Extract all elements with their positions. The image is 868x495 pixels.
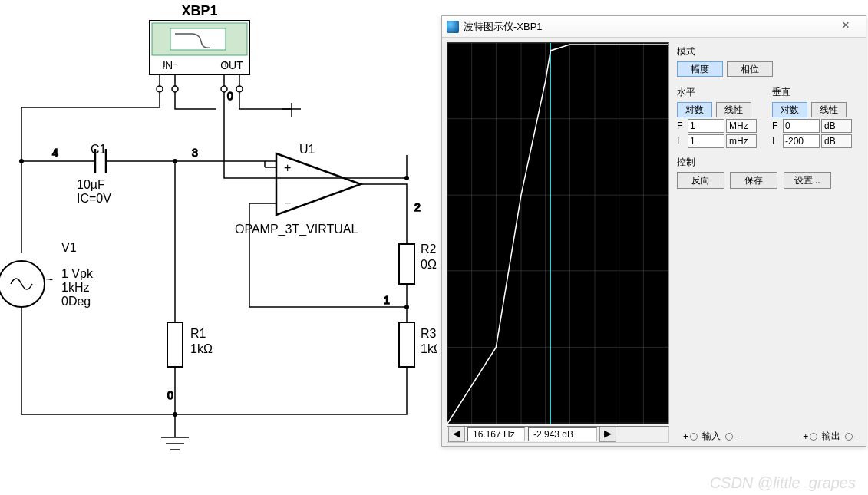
- settings-button[interactable]: 设置...: [784, 172, 831, 189]
- u1-opamp[interactable]: + − U1 OPAMP_3T_VIRTUAL: [235, 143, 361, 236]
- r2-name: R2: [421, 243, 437, 256]
- bode-readout: ◀ 16.167 Hz -2.943 dB ▶: [447, 426, 669, 443]
- cursor-gain: -2.943 dB: [528, 427, 597, 441]
- watermark: CSDN @little_grapes: [710, 474, 856, 492]
- v1-line3: 0Deg: [61, 295, 91, 308]
- v-f-input[interactable]: [783, 119, 820, 133]
- out-label: 输出: [822, 430, 840, 443]
- cursor-left-button[interactable]: ◀: [448, 427, 465, 442]
- v1-line1: 1 Vpk: [61, 267, 94, 280]
- in-plus-terminal[interactable]: [690, 433, 698, 441]
- mode-magnitude-button[interactable]: 幅度: [677, 61, 723, 77]
- control-label: 控制: [677, 156, 860, 169]
- svg-text:2: 2: [414, 201, 421, 213]
- r1-name: R1: [190, 327, 206, 340]
- svg-text:4: 4: [52, 147, 58, 159]
- h-lin-button[interactable]: 线性: [716, 102, 751, 117]
- svg-point-6: [172, 86, 178, 92]
- bode-title: 波特图示仪-XBP1: [464, 20, 830, 34]
- r2-resistor[interactable]: R2 0Ω: [399, 243, 437, 284]
- in-minus-terminal[interactable]: [725, 433, 733, 441]
- svg-point-26: [404, 305, 409, 309]
- io-row: + 输入 – + 输出 –: [683, 430, 860, 443]
- h-log-button[interactable]: 对数: [677, 102, 712, 117]
- horizontal-label: 水平: [677, 86, 764, 99]
- xbp1-name: XBP1: [181, 3, 217, 18]
- svg-point-10: [236, 86, 243, 92]
- h-f-label: F: [677, 120, 688, 131]
- schematic-canvas: XBP1 IN OUT +- +- 0 4: [0, 0, 437, 476]
- svg-point-4: [157, 86, 163, 92]
- h-i-unit[interactable]: mHz: [726, 134, 757, 148]
- vertical-label: 垂直: [772, 86, 860, 99]
- cursor-freq: 16.167 Hz: [467, 427, 525, 441]
- close-icon[interactable]: ×: [830, 18, 861, 36]
- save-button[interactable]: 保存: [730, 172, 777, 189]
- svg-text:0: 0: [167, 389, 173, 401]
- r3-resistor[interactable]: R3 1kΩ: [399, 322, 437, 367]
- svg-rect-41: [167, 322, 183, 367]
- svg-rect-2: [170, 28, 226, 50]
- svg-text:-: -: [173, 58, 177, 70]
- r1-resistor[interactable]: R1 1kΩ: [167, 322, 213, 367]
- bode-titlebar[interactable]: 波特图示仪-XBP1 ×: [442, 16, 866, 38]
- cursor-right-button[interactable]: ▶: [599, 427, 616, 442]
- svg-point-8: [221, 86, 227, 92]
- bode-trace: [447, 45, 668, 424]
- out-plus-terminal[interactable]: [810, 433, 817, 441]
- svg-text:~: ~: [46, 273, 53, 286]
- bode-plot[interactable]: [447, 42, 669, 424]
- u1-model: OPAMP_3T_VIRTUAL: [235, 223, 358, 236]
- v-f-label: F: [772, 120, 783, 131]
- v-lin-button[interactable]: 线性: [811, 102, 847, 117]
- svg-text:3: 3: [192, 147, 198, 159]
- mode-phase-button[interactable]: 相位: [727, 61, 773, 77]
- svg-text:0: 0: [227, 90, 233, 102]
- out-minus-terminal[interactable]: [845, 433, 853, 441]
- svg-text:+: +: [284, 161, 291, 174]
- c1-ic: IC=0V: [77, 192, 111, 205]
- v-i-label: I: [772, 136, 783, 147]
- svg-rect-43: [399, 322, 414, 367]
- h-i-input[interactable]: [688, 134, 724, 148]
- v-log-button[interactable]: 对数: [772, 102, 807, 117]
- bode-window: 波特图示仪-XBP1 ×: [441, 15, 866, 447]
- app-icon: [447, 21, 459, 33]
- reverse-button[interactable]: 反向: [677, 172, 724, 189]
- in-label: 输入: [702, 430, 721, 443]
- svg-rect-42: [399, 244, 414, 284]
- r2-value: 0Ω: [421, 258, 437, 271]
- mode-label: 模式: [677, 45, 860, 58]
- u1-name: U1: [299, 143, 315, 156]
- c1-name: C1: [91, 143, 107, 156]
- v1-name: V1: [61, 241, 77, 254]
- h-f-input[interactable]: [688, 119, 724, 133]
- svg-point-29: [0, 261, 45, 307]
- svg-text:1: 1: [384, 294, 390, 306]
- ground-symbol: [161, 414, 189, 450]
- svg-text:-: -: [236, 58, 240, 70]
- c1-value: 10µF: [77, 178, 105, 191]
- c1-capacitor[interactable]: C1 10µF IC=0V: [77, 143, 118, 205]
- r1-value: 1kΩ: [190, 342, 213, 355]
- svg-point-24: [173, 159, 177, 163]
- svg-text:+: +: [223, 58, 229, 70]
- r3-name: R3: [421, 327, 437, 340]
- svg-text:+: +: [161, 58, 167, 70]
- h-f-unit[interactable]: MHz: [726, 119, 757, 133]
- v1-line2: 1kHz: [61, 281, 89, 294]
- svg-point-27: [404, 176, 409, 180]
- v-i-input[interactable]: [783, 134, 820, 148]
- v-f-unit[interactable]: dB: [821, 119, 852, 133]
- svg-text:−: −: [284, 196, 291, 210]
- xbp1-instrument[interactable]: XBP1 IN OUT +- +-: [150, 3, 249, 92]
- h-i-label: I: [677, 136, 688, 147]
- v-i-unit[interactable]: dB: [821, 134, 852, 148]
- r3-value: 1kΩ: [421, 342, 437, 355]
